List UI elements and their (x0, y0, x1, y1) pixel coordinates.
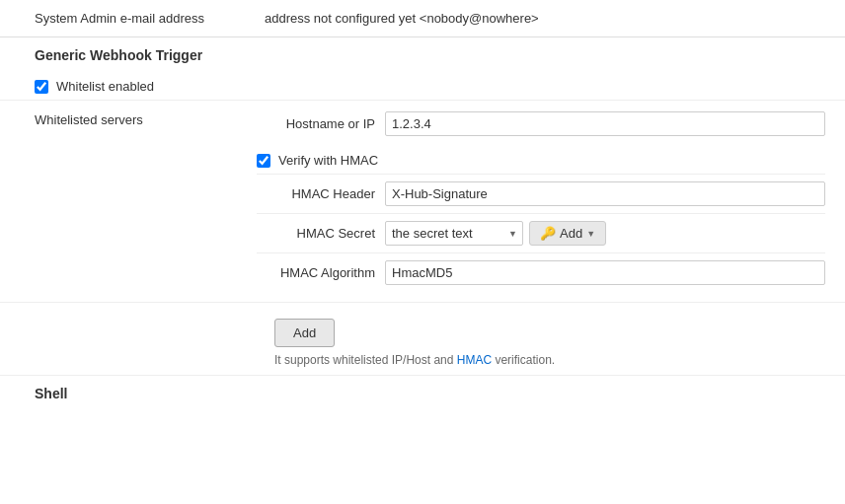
hmac-algorithm-input[interactable] (385, 260, 825, 285)
key-icon: 🔑 (540, 226, 556, 241)
hmac-algorithm-label: HMAC Algorithm (257, 259, 385, 286)
hmac-header-label: HMAC Header (257, 180, 385, 207)
hmac-header-row: HMAC Header (257, 175, 825, 214)
hmac-header-input-wrapper (385, 181, 825, 206)
hmac-secret-select[interactable]: the secret text (385, 221, 523, 246)
whitelist-checkbox[interactable] (35, 80, 48, 94)
hmac-algorithm-content (385, 260, 825, 285)
hostname-input[interactable] (385, 111, 825, 136)
support-text-part2: verification. (492, 353, 555, 367)
verify-hmac-label[interactable]: Verify with HMAC (278, 153, 378, 168)
hostname-row: Hostname or IP (257, 110, 825, 143)
shell-section-title: Shell (0, 375, 845, 411)
hmac-secret-content: the secret text 🔑 Add ▼ (385, 221, 825, 246)
hmac-algorithm-row: HMAC Algorithm (257, 253, 825, 292)
add-section: Add It supports whitelisted IP/Host and … (0, 303, 845, 375)
webhook-section-title: Generic Webhook Trigger (0, 37, 845, 73)
hostname-input-wrapper (385, 111, 825, 136)
hostname-label: Hostname or IP (257, 110, 385, 137)
whitelisted-servers-label: Whitelisted servers (0, 107, 257, 133)
hmac-secret-select-wrapper: the secret text (385, 221, 523, 246)
hmac-link[interactable]: HMAC (457, 353, 492, 367)
outer-add-button[interactable]: Add (274, 319, 335, 347)
system-admin-email-label: System Admin e-mail address (0, 11, 257, 26)
verify-hmac-checkbox[interactable] (257, 154, 270, 168)
chevron-down-icon: ▼ (586, 229, 595, 239)
hmac-add-button[interactable]: 🔑 Add ▼ (529, 221, 606, 246)
support-text-part1: It supports whitelisted IP/Host and (274, 353, 457, 367)
whitelist-enabled-row: Whitelist enabled (0, 73, 845, 101)
verify-hmac-row: Verify with HMAC (257, 153, 825, 175)
support-text: It supports whitelisted IP/Host and HMAC… (274, 353, 845, 367)
hmac-secret-row: HMAC Secret the secret text 🔑 Add ▼ (257, 214, 825, 253)
whitelist-label[interactable]: Whitelist enabled (56, 79, 154, 94)
hmac-add-label: Add (560, 226, 582, 241)
whitelisted-servers-content: Hostname or IP Verify with HMAC HMAC Hea… (257, 107, 845, 296)
system-admin-email-value: address not configured yet <nobody@nowhe… (257, 6, 845, 31)
hmac-secret-label: HMAC Secret (257, 220, 385, 247)
whitelisted-servers-row: Whitelisted servers Hostname or IP Verif… (0, 101, 845, 303)
hmac-header-input[interactable] (385, 181, 825, 206)
